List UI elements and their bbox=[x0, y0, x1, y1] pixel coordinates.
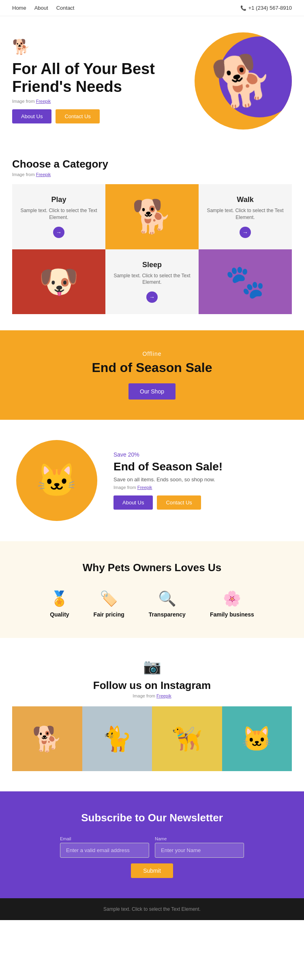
category-play: Play Sample text. Click to select the Te… bbox=[12, 184, 105, 249]
name-label: Name bbox=[155, 836, 244, 841]
category-walk-arrow[interactable]: → bbox=[240, 227, 251, 238]
hero-section: 🐕 For All of Your Best Friend's Needs Im… bbox=[0, 16, 304, 142]
category-play-title: Play bbox=[51, 196, 66, 204]
eos-freepik-link[interactable]: Freepik bbox=[137, 485, 152, 490]
name-field-group: Name bbox=[155, 836, 244, 858]
why-title: Why Pets Owners Loves Us bbox=[12, 561, 292, 574]
nav-about[interactable]: About bbox=[34, 5, 48, 11]
instagram-title: Follow us on Instagram bbox=[12, 679, 292, 692]
category-img-bulldog: 🐶 bbox=[12, 249, 105, 315]
category-title: Choose a Category bbox=[12, 158, 292, 170]
instagram-grid: 🐕 🐈 🦮 🐱 bbox=[12, 706, 292, 771]
instagram-icon: 📷 bbox=[12, 658, 292, 675]
category-freepik-link[interactable]: Freepik bbox=[36, 172, 51, 177]
category-sleep: Sleep Sample text. Click to select the T… bbox=[105, 249, 199, 315]
newsletter-submit-button[interactable]: Submit bbox=[131, 863, 173, 878]
pricing-label: Fair pricing bbox=[94, 611, 124, 618]
category-sleep-title: Sleep bbox=[142, 261, 162, 269]
insta-emoji-1: 🐕 bbox=[32, 725, 62, 753]
why-item-family: 🌸 Family business bbox=[210, 590, 254, 618]
email-input[interactable] bbox=[60, 843, 149, 858]
eos-contact-button[interactable]: Contact Us bbox=[157, 495, 201, 510]
pricing-icon: 🏷️ bbox=[100, 590, 118, 607]
why-section: Why Pets Owners Loves Us 🏅 Quality 🏷️ Fa… bbox=[0, 541, 304, 638]
eos-title: End of Season Sale! bbox=[113, 460, 223, 473]
hero-image: 🐕 bbox=[195, 32, 292, 130]
insta-photo-1[interactable]: 🐕 bbox=[12, 706, 82, 771]
eos-buttons: About Us Contact Us bbox=[113, 495, 223, 510]
insta-photo-3[interactable]: 🦮 bbox=[152, 706, 222, 771]
category-play-arrow[interactable]: → bbox=[53, 227, 64, 238]
why-item-quality: 🏅 Quality bbox=[50, 590, 69, 618]
hero-title: For All of Your Best Friend's Needs bbox=[12, 60, 195, 96]
hero-image-credit: Image from Freepik bbox=[12, 99, 195, 104]
category-walk-desc: Sample text. Click to select the Text El… bbox=[207, 207, 284, 221]
quality-icon: 🏅 bbox=[50, 590, 69, 607]
hero-dog-emoji: 🐕 bbox=[208, 48, 278, 115]
insta-emoji-4: 🐱 bbox=[242, 725, 272, 753]
category-walk-title: Walk bbox=[237, 196, 253, 204]
why-grid: 🏅 Quality 🏷️ Fair pricing 🔍 Transparency… bbox=[12, 590, 292, 618]
why-item-transparency: 🔍 Transparency bbox=[149, 590, 186, 618]
name-input[interactable] bbox=[155, 843, 244, 858]
sale-banner-section: Offline End of Season Sale Our Shop bbox=[0, 330, 304, 420]
eos-cat-image: 🐱 bbox=[16, 440, 97, 521]
hero-contact-button[interactable]: Contact Us bbox=[56, 109, 99, 123]
email-field-group: Email bbox=[60, 836, 149, 858]
footer: Sample text. Click to select the Text El… bbox=[0, 898, 304, 920]
category-img-golden: 🐾 bbox=[199, 249, 292, 315]
category-img-beagle: 🐕 bbox=[105, 184, 199, 249]
hero-freepik-link[interactable]: Freepik bbox=[36, 99, 51, 104]
footer-text: Sample text. Click to select the Text El… bbox=[12, 906, 292, 912]
nav-contact[interactable]: Contact bbox=[56, 5, 75, 11]
category-credit: Image from Freepik bbox=[12, 172, 292, 177]
eos-cat-emoji: 🐱 bbox=[36, 461, 77, 500]
transparency-label: Transparency bbox=[149, 611, 186, 618]
bulldog-emoji: 🐶 bbox=[39, 263, 79, 301]
quality-label: Quality bbox=[50, 611, 69, 618]
transparency-icon: 🔍 bbox=[158, 590, 176, 607]
eos-content: Save 20% End of Season Sale! Save on all… bbox=[113, 451, 223, 510]
category-section: Choose a Category Image from Freepik Pla… bbox=[0, 142, 304, 330]
instagram-section: 📷 Follow us on Instagram Image from Free… bbox=[0, 638, 304, 791]
hero-about-button[interactable]: About Us bbox=[12, 109, 51, 123]
family-label: Family business bbox=[210, 611, 254, 618]
email-label: Email bbox=[60, 836, 149, 841]
hero-left: 🐕 For All of Your Best Friend's Needs Im… bbox=[12, 38, 195, 123]
eos-save-text: Save 20% bbox=[113, 451, 223, 458]
category-walk: Walk Sample text. Click to select the Te… bbox=[199, 184, 292, 249]
newsletter-section: Subscribe to Our Newsletter Email Name S… bbox=[0, 791, 304, 898]
eos-desc: Save on all items. Ends soon, so shop no… bbox=[113, 476, 223, 483]
insta-emoji-2: 🐈 bbox=[102, 725, 132, 753]
navigation: Home About Contact +1 (234) 567-8910 bbox=[0, 0, 304, 16]
family-icon: 🌸 bbox=[223, 590, 241, 607]
instagram-credit: Image from Freepik bbox=[12, 693, 292, 698]
instagram-freepik-link[interactable]: Freepik bbox=[156, 693, 171, 698]
golden-emoji: 🐾 bbox=[225, 263, 265, 301]
sale-shop-button[interactable]: Our Shop bbox=[128, 383, 176, 400]
newsletter-title: Subscribe to Our Newsletter bbox=[12, 812, 292, 824]
insta-photo-2[interactable]: 🐈 bbox=[82, 706, 152, 771]
category-grid: Play Sample text. Click to select the Te… bbox=[12, 184, 292, 314]
newsletter-inputs-row: Email Name bbox=[60, 836, 244, 858]
nav-home[interactable]: Home bbox=[12, 5, 26, 11]
eos-about-button[interactable]: About Us bbox=[113, 495, 153, 510]
sale-label: Offline bbox=[12, 351, 292, 357]
newsletter-form: Email Name Submit bbox=[12, 836, 292, 878]
category-sleep-desc: Sample text. Click to select the Text El… bbox=[113, 272, 191, 286]
nav-links: Home About Contact bbox=[12, 5, 74, 11]
eos-image-credit: Image from Freepik bbox=[113, 485, 223, 490]
sale-title: End of Season Sale bbox=[12, 360, 292, 375]
hero-logo-icon: 🐕 bbox=[12, 38, 195, 55]
beagle-emoji: 🐕 bbox=[132, 198, 172, 236]
category-play-desc: Sample text. Click to select the Text El… bbox=[20, 207, 97, 221]
why-item-pricing: 🏷️ Fair pricing bbox=[94, 590, 124, 618]
hero-buttons: About Us Contact Us bbox=[12, 109, 195, 123]
eos-section: 🐱 Save 20% End of Season Sale! Save on a… bbox=[0, 420, 304, 541]
nav-phone: +1 (234) 567-8910 bbox=[240, 5, 292, 11]
category-sleep-arrow[interactable]: → bbox=[146, 291, 158, 303]
insta-photo-4[interactable]: 🐱 bbox=[222, 706, 292, 771]
insta-emoji-3: 🦮 bbox=[172, 725, 202, 753]
